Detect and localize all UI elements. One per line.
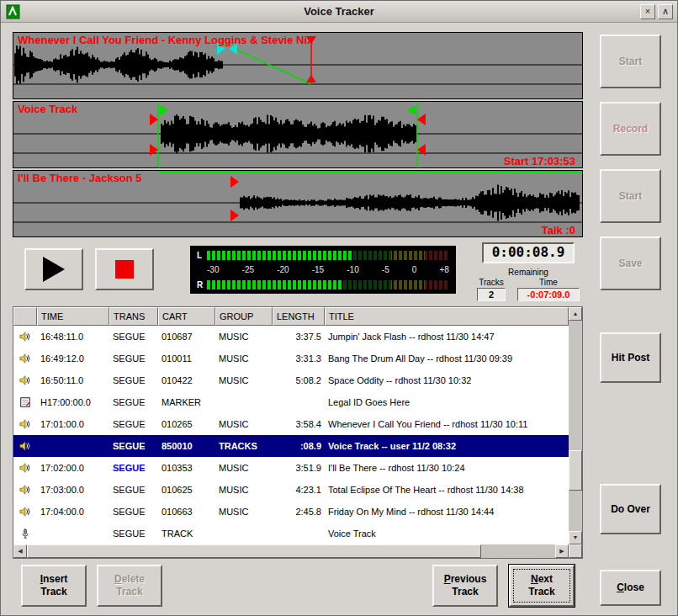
start-marker-icon[interactable] — [230, 176, 239, 188]
start-marker-icon[interactable] — [160, 105, 168, 115]
track-start-marker-icon[interactable] — [150, 144, 158, 156]
log-row[interactable]: 16:48:11.0 SEGUE 010687 MUSIC 3:37.5 Jum… — [13, 326, 569, 348]
scroll-down-icon[interactable]: ▼ — [569, 531, 582, 544]
waveform-track-1[interactable]: Whenever I Call You Friend - Kenny Loggi… — [13, 32, 583, 99]
log-row[interactable]: 16:49:12.0 SEGUE 010011 MUSIC 3:31.3 Ban… — [13, 348, 569, 369]
next-track-button[interactable]: NextTrack — [509, 565, 575, 607]
scale-tick: -30 — [207, 265, 219, 275]
log-header: TIME TRANS CART GROUP LENGTH TITLE — [13, 307, 569, 326]
do-over-button[interactable]: Do Over — [600, 484, 661, 534]
hit-post-button[interactable]: Hit Post — [600, 332, 661, 383]
log-row[interactable]: 17:04:00.0 SEGUE 010663 MUSIC 2:45.8 Fri… — [13, 501, 569, 523]
col-length[interactable]: LENGTH — [273, 307, 325, 326]
scroll-left-icon[interactable]: ◀ — [13, 544, 27, 558]
vertical-scroll-thumb[interactable] — [569, 450, 582, 491]
col-icon[interactable] — [13, 307, 37, 326]
scroll-right-icon[interactable]: ▶ — [555, 544, 569, 558]
log-row[interactable]: SEGUE TRACK Voice Track — [13, 523, 569, 544]
shade-window-icon[interactable]: ∧ — [658, 4, 673, 19]
cell-trans: SEGUE — [109, 375, 158, 385]
col-time[interactable]: TIME — [37, 307, 109, 326]
col-cart[interactable]: CART — [158, 307, 215, 326]
log-row[interactable]: 17:01:00.0 SEGUE 010265 MUSIC 3:58.4 Whe… — [13, 413, 569, 435]
tracks-remaining-value: 2 — [477, 288, 506, 301]
track-title: Whenever I Call You Friend - Kenny Loggi… — [18, 34, 313, 46]
stop-icon — [115, 260, 134, 279]
cell-length: 4:23.1 — [273, 485, 325, 495]
cell-group: MUSIC — [215, 419, 273, 429]
waveform-track-2[interactable]: Voice Track Start 17:03:53 — [13, 101, 583, 168]
vertical-scrollbar[interactable]: ▲ ▼ — [569, 307, 582, 544]
previous-track-button[interactable]: PreviousTrack — [432, 565, 498, 607]
track-start-time: Start 17:03:53 — [504, 155, 575, 167]
log-row-selected[interactable]: SEGUE 850010 TRACKS :08.9 Voice Track --… — [13, 435, 569, 457]
track-end-marker-icon[interactable] — [417, 144, 426, 156]
cell-trans: SEGUE — [109, 507, 158, 517]
audio-level-meter: L -30 -25 -20 -15 -10 -5 0 +8 R — [190, 246, 456, 294]
start-marker-icon[interactable] — [230, 210, 239, 221]
cell-title: Voice Track -- user 11/2 08:32 — [325, 441, 569, 451]
horizontal-scroll-thumb[interactable] — [27, 544, 481, 558]
log-row[interactable]: 16:50:11.0 SEGUE 010422 MUSIC 5:08.2 Spa… — [13, 369, 569, 391]
cell-trans: SEGUE — [109, 441, 158, 451]
log-row[interactable]: H17:00:00.0 SEGUE MARKER Legal ID Goes H… — [13, 391, 569, 413]
cell-time: 17:04:00.0 — [37, 507, 109, 517]
start-button-2[interactable]: Start — [600, 169, 661, 223]
remaining-panel: Remaining Tracks 2 Time -0:07:09.0 — [477, 268, 580, 301]
start-button-1[interactable]: Start — [600, 35, 661, 88]
col-trans[interactable]: TRANS — [109, 307, 158, 326]
close-window-icon[interactable]: × — [640, 4, 655, 19]
insert-track-button[interactable]: InsertTrack — [21, 565, 87, 607]
waveform-track-3[interactable]: I'll Be There - Jackson 5 Talk :0 — [13, 170, 583, 237]
scroll-up-icon[interactable]: ▲ — [569, 307, 582, 321]
cell-cart: 850010 — [158, 441, 215, 451]
log-row[interactable]: 17:02:00.0 SEGUE 010353 MUSIC 3:51.9 I'l… — [13, 457, 569, 479]
cell-time: H17:00:00.0 — [37, 397, 109, 407]
col-title[interactable]: TITLE — [325, 307, 569, 326]
speaker-icon — [13, 374, 37, 386]
cell-cart: 010353 — [158, 463, 215, 473]
note-icon — [13, 396, 37, 408]
tracks-remaining-label: Tracks — [479, 278, 504, 287]
speaker-icon — [13, 331, 37, 343]
scale-tick: -20 — [277, 265, 289, 275]
cell-title: Voice Track — [325, 528, 569, 539]
speaker-icon — [13, 484, 37, 496]
track-start-marker-icon[interactable] — [150, 114, 158, 125]
col-group[interactable]: GROUP — [215, 307, 273, 326]
cell-cart: 010265 — [158, 419, 215, 429]
cell-cart: 010422 — [158, 375, 215, 385]
cell-title: Friday On My Mind -- rdhost 11/30 14:44 — [325, 507, 569, 517]
cell-group: MUSIC — [215, 375, 273, 385]
cell-length: 3:37.5 — [273, 332, 325, 342]
speaker-icon — [13, 440, 37, 452]
cell-trans: SEGUE — [109, 463, 158, 473]
window-title: Voice Tracker — [1, 5, 677, 18]
right-channel-label: R — [197, 280, 207, 289]
cell-group: MUSIC — [215, 332, 273, 342]
save-button[interactable]: Save — [600, 236, 661, 290]
scale-tick: +8 — [440, 265, 449, 275]
record-button[interactable]: Record — [600, 102, 661, 156]
microphone-icon — [13, 528, 37, 539]
track-end-marker-icon[interactable] — [417, 114, 426, 125]
delete-track-button[interactable]: DeleteTrack — [97, 565, 162, 607]
log-row[interactable]: 17:03:00.0 SEGUE 010625 MUSIC 4:23.1 Tot… — [13, 479, 569, 501]
cell-group: TRACKS — [215, 441, 273, 451]
cell-cart: 010625 — [158, 485, 215, 495]
speaker-icon — [13, 506, 37, 518]
cell-cart: 010011 — [158, 353, 215, 364]
scale-tick: -5 — [382, 265, 389, 275]
play-button[interactable] — [24, 248, 83, 290]
cell-trans: SEGUE — [109, 485, 158, 495]
end-marker-icon[interactable] — [407, 105, 416, 115]
cell-length: 3:31.3 — [273, 353, 325, 364]
horizontal-scrollbar[interactable]: ◀ ▶ — [13, 544, 569, 558]
stop-button[interactable] — [95, 248, 154, 290]
end-marker-icon[interactable] — [306, 75, 316, 82]
scrollbar-corner — [569, 544, 582, 558]
log-table: TIME TRANS CART GROUP LENGTH TITLE 16:48… — [13, 306, 583, 559]
titlebar[interactable]: Voice Tracker × ∧ — [1, 1, 677, 23]
meter-scale: -30 -25 -20 -15 -10 -5 0 +8 — [197, 265, 449, 275]
close-button[interactable]: Close — [600, 570, 661, 606]
